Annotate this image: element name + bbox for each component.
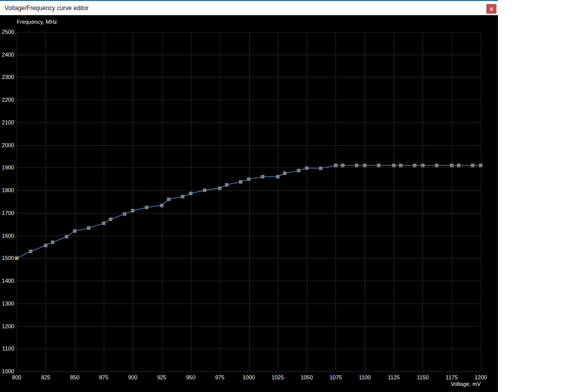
vf-curve-point[interactable]: [123, 212, 127, 216]
plot-canvas[interactable]: 1000110012001300140015001600170018001900…: [0, 15, 498, 392]
vf-curve-point[interactable]: [102, 222, 105, 225]
vf-curve-point[interactable]: [181, 195, 184, 198]
vf-curve-point[interactable]: [73, 229, 76, 233]
vf-curve-point[interactable]: [435, 163, 438, 167]
x-tick-label: 925: [157, 374, 166, 380]
y-tick-label: 1500: [2, 255, 14, 261]
x-axis-title: Voltage, mV: [0, 381, 481, 387]
x-tick-label: 1100: [359, 374, 371, 380]
y-tick-label: 1000: [2, 368, 14, 374]
vf-curve-point[interactable]: [305, 166, 309, 170]
vf-curve-point[interactable]: [145, 206, 148, 209]
close-button[interactable]: x: [486, 4, 496, 14]
vf-curve-point[interactable]: [239, 180, 242, 184]
y-tick-label: 1700: [2, 210, 14, 216]
vf-curve-chart[interactable]: Frequency, MHz 1000110012001300140015001…: [0, 15, 498, 392]
vf-curve-point[interactable]: [44, 244, 48, 247]
x-tick-label: 825: [41, 374, 50, 380]
y-tick-label: 2400: [2, 52, 14, 58]
vf-curve-editor-window: Voltage/Frequency curve editor x Frequen…: [0, 0, 498, 392]
vf-curve-point[interactable]: [471, 163, 474, 167]
vf-curve-point[interactable]: [167, 198, 171, 201]
y-tick-label: 1900: [2, 164, 14, 170]
y-tick-label: 1400: [2, 278, 14, 284]
vf-curve-point[interactable]: [65, 235, 68, 238]
vf-curve-point[interactable]: [355, 163, 358, 167]
vf-curve-point[interactable]: [225, 183, 228, 187]
x-tick-label: 850: [70, 374, 79, 380]
y-tick-label: 1100: [2, 345, 14, 352]
y-tick-label: 1200: [2, 323, 14, 329]
titlebar[interactable]: Voltage/Frequency curve editor x: [0, 0, 498, 15]
vf-curve-point[interactable]: [457, 163, 461, 167]
vf-curve-point[interactable]: [15, 256, 19, 260]
vf-curve-point[interactable]: [363, 163, 366, 167]
vf-curve-point[interactable]: [479, 163, 483, 167]
vf-curve-point[interactable]: [341, 163, 345, 167]
x-tick-label: 1125: [388, 374, 400, 380]
vf-curve-point[interactable]: [218, 187, 222, 190]
vf-curve-point[interactable]: [109, 217, 112, 221]
vf-curve-point[interactable]: [297, 169, 301, 172]
vf-curve-point[interactable]: [276, 175, 279, 179]
y-tick-label: 1600: [2, 233, 14, 239]
x-tick-label: 1175: [446, 374, 458, 380]
y-tick-label: 1800: [2, 187, 14, 193]
x-tick-label: 1075: [329, 374, 342, 380]
vf-curve-point[interactable]: [450, 163, 453, 167]
vf-curve-point[interactable]: [421, 163, 425, 167]
x-tick-label: 975: [215, 374, 224, 380]
x-tick-label: 1000: [242, 374, 255, 380]
vf-curve-point[interactable]: [399, 163, 402, 167]
y-tick-label: 2300: [2, 74, 14, 80]
y-tick-label: 2000: [2, 142, 14, 148]
y-axis-title: Frequency, MHz: [17, 19, 57, 25]
vf-curve-point[interactable]: [247, 178, 251, 181]
vf-curve-point[interactable]: [261, 175, 265, 179]
vf-curve-point[interactable]: [29, 249, 32, 253]
x-tick-label: 900: [128, 374, 137, 380]
y-tick-label: 2100: [2, 119, 14, 125]
x-tick-label: 1150: [417, 374, 429, 380]
x-tick-label: 875: [99, 374, 108, 380]
vf-curve-point[interactable]: [189, 192, 192, 195]
vf-curve-point[interactable]: [377, 163, 381, 167]
vf-curve-point[interactable]: [131, 209, 135, 212]
vf-curve-point[interactable]: [51, 241, 55, 244]
y-tick-label: 2200: [2, 97, 14, 103]
y-tick-label: 1300: [2, 300, 14, 307]
vf-curve-point[interactable]: [160, 204, 163, 207]
vf-curve-point[interactable]: [334, 163, 338, 167]
window-title: Voltage/Frequency curve editor: [5, 5, 89, 12]
vf-curve-point[interactable]: [203, 189, 206, 192]
vf-curve-point[interactable]: [413, 163, 417, 167]
x-tick-label: 1025: [272, 374, 284, 380]
vf-curve-point[interactable]: [392, 163, 396, 167]
x-tick-label: 950: [186, 374, 195, 380]
vf-curve-point[interactable]: [87, 226, 91, 230]
vf-curve-point[interactable]: [283, 171, 286, 175]
x-tick-label: 1050: [301, 374, 313, 380]
y-tick-label: 2500: [2, 29, 14, 35]
x-tick-label: 1200: [475, 374, 487, 380]
x-tick-label: 800: [12, 374, 21, 380]
vf-curve-point[interactable]: [319, 166, 322, 170]
